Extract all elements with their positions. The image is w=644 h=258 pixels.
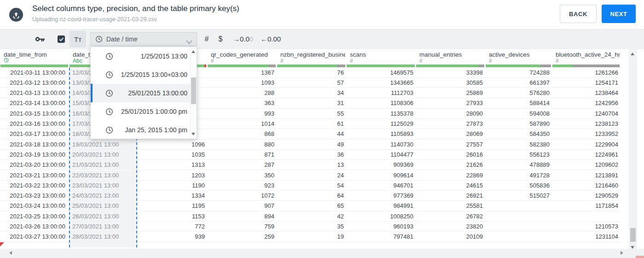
table-cell[interactable]: 1238123 [552,119,621,129]
table-cell[interactable]: 1233952 [552,129,621,139]
table-cell[interactable]: 582380 [485,140,552,150]
column-type-select[interactable]: Date / time [90,32,197,46]
table-cell[interactable]: 1213891 [552,170,621,181]
scroll-up-arrow-icon[interactable] [631,53,634,55]
table-cell[interactable]: 1203 [137,170,207,181]
scroll-right-arrow-icon[interactable] [621,251,623,255]
table-cell[interactable]: 661397 [485,78,552,88]
table-cell[interactable]: 2021-03-11 13:00:00 [0,68,69,78]
table-cell[interactable]: 1210573 [552,222,621,232]
vertical-scrollbar[interactable] [629,49,637,252]
primary-key-checkbox[interactable] [58,35,65,43]
table-cell[interactable]: 288 [207,88,277,98]
scroll-up-arrow-icon[interactable] [191,50,195,53]
column-header[interactable]: nzbn_registered_busine [280,51,345,59]
table-cell[interactable]: 363 [207,98,277,108]
currency-type-button[interactable]: $ [215,29,226,49]
table-cell[interactable]: 26782 [416,211,485,222]
table-cell[interactable]: 23/03/2021 13:00 [69,181,137,191]
table-cell[interactable]: 25869 [416,88,485,98]
table-cell[interactable]: 2021-03-19 13:00:00 [0,150,69,160]
table-cell[interactable]: 21/03/2021 13:00 [69,160,137,170]
dropdown-scrollbar-thumb[interactable] [191,77,196,104]
table-cell[interactable]: 2021-03-26 13:00:00 [0,222,69,232]
table-cell[interactable]: 1035 [137,150,207,160]
table-cell[interactable]: 13 [277,160,346,170]
table-cell[interactable]: 1229904 [552,140,621,150]
table-cell[interactable]: 30585 [416,78,485,88]
table-cell[interactable]: 2021-03-14 13:00:00 [0,98,69,108]
table-cell[interactable]: 1240704 [552,109,621,119]
table-cell[interactable] [485,232,552,242]
table-cell[interactable]: 993 [207,109,277,119]
table-cell[interactable]: 55 [277,109,346,119]
table-cell[interactable]: 1238464 [552,88,621,98]
table-cell[interactable]: 772 [137,222,207,232]
table-cell[interactable]: 923 [207,181,277,191]
dropdown-option[interactable]: 1/25/2015 13:00 [91,47,197,65]
table-cell[interactable]: 24 [277,170,346,181]
table-cell[interactable]: 33398 [416,68,485,78]
table-cell[interactable]: 478889 [485,160,552,170]
table-cell[interactable]: 24615 [416,181,485,191]
dropdown-option[interactable]: Jan 25, 2015 1:00 pm [91,121,197,139]
table-cell[interactable]: 960193 [346,222,416,232]
table-cell[interactable]: 2021-03-24 13:00:00 [0,201,69,211]
table-cell[interactable]: 1254171 [552,78,621,88]
table-cell[interactable]: 1104477 [346,150,416,160]
table-cell[interactable]: 76 [277,68,346,78]
table-cell[interactable]: 26016 [416,150,485,160]
table-cell[interactable]: 2021-03-18 13:00:00 [0,140,69,150]
table-cell[interactable]: 946701 [346,181,416,191]
table-cell[interactable]: 25581 [416,201,485,211]
number-type-button[interactable]: # [202,29,212,49]
table-cell[interactable]: 880 [207,140,277,150]
table-cell[interactable]: 21626 [416,160,485,170]
table-cell[interactable]: 1469575 [346,68,416,78]
table-cell[interactable]: 588414 [485,98,552,108]
table-cell[interactable]: 556123 [485,150,552,160]
table-cell[interactable]: 19 [277,232,346,242]
table-cell[interactable]: 868 [207,129,277,139]
table-cell[interactable]: 1224961 [552,150,621,160]
table-cell[interactable]: 594008 [485,109,552,119]
table-cell[interactable]: 2021-03-23 13:00:00 [0,191,69,201]
table-cell[interactable]: 27933 [416,98,485,108]
table-cell[interactable]: 35 [277,222,346,232]
table-cell[interactable]: 23820 [416,222,485,232]
table-cell[interactable]: 22869 [416,170,485,181]
table-cell[interactable]: 20109 [416,232,485,242]
table-cell[interactable]: 259 [207,232,277,242]
dropdown-option[interactable]: 1/25/2015 13:00+03:00 [91,65,197,84]
table-cell[interactable]: 505836 [485,181,552,191]
table-cell[interactable]: 64 [277,191,346,201]
table-cell[interactable]: 1153 [137,211,207,222]
table-cell[interactable]: 44 [277,129,346,139]
table-cell[interactable]: 1216460 [552,181,621,191]
table-cell[interactable]: 909369 [346,160,416,170]
table-cell[interactable]: 28069 [416,129,485,139]
table-cell[interactable]: 1105893 [346,129,416,139]
column-header[interactable]: manual_entries [419,51,484,59]
table-cell[interactable]: 26921 [416,191,485,201]
table-cell[interactable]: 25/03/2021 13:00 [69,201,137,211]
table-cell[interactable]: 1334 [137,191,207,201]
table-cell[interactable]: 1093 [207,78,277,88]
table-cell[interactable]: 54 [277,181,346,191]
table-cell[interactable]: 1140730 [346,140,416,150]
table-cell[interactable]: 49 [277,140,346,150]
table-cell[interactable]: 28/03/2021 13:00 [69,232,137,242]
table-cell[interactable]: 587890 [485,119,552,129]
table-cell[interactable] [552,211,621,222]
increase-decimal-button[interactable]: →0.00 [230,29,256,49]
vertical-scrollbar-thumb[interactable] [630,228,636,242]
table-cell[interactable]: 1072 [207,191,277,201]
table-cell[interactable]: 984991 [346,201,416,211]
column-header[interactable]: active_devices [489,51,551,59]
decrease-decimal-button[interactable]: ←0.00 [258,29,284,49]
table-cell[interactable]: 909614 [346,170,416,181]
dropdown-option[interactable]: 25/01/2015 1:00:00 pm [91,102,197,121]
table-cell[interactable]: 61 [277,119,346,129]
table-cell[interactable]: 576280 [485,88,552,98]
table-cell[interactable]: 491728 [485,170,552,181]
